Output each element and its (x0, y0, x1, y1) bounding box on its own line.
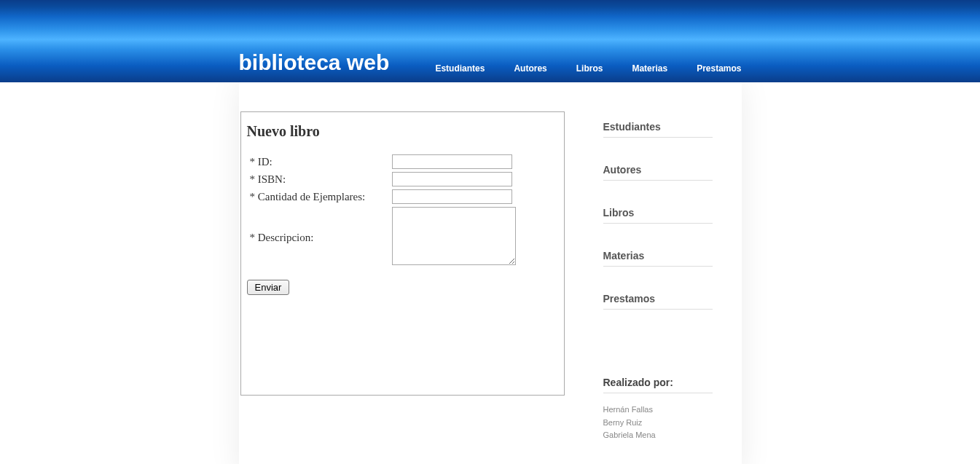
site-title: biblioteca web (239, 50, 390, 75)
credits-title: Realizado por: (603, 377, 713, 393)
credit-person-3: Gabriela Mena (603, 429, 713, 442)
nav-materias[interactable]: Materias (632, 63, 667, 74)
credit-person-2: Berny Ruiz (603, 417, 713, 430)
input-qty[interactable] (392, 189, 512, 204)
nav-autores[interactable]: Autores (514, 63, 546, 74)
sidenav-estudiantes[interactable]: Estudiantes (603, 115, 713, 138)
label-isbn: * ISBN: (247, 170, 389, 188)
sidenav-autores[interactable]: Autores (603, 158, 713, 181)
label-id: * ID: (247, 153, 389, 170)
form-frame: Nuevo libro * ID: * ISBN: * Cantidad de … (240, 111, 565, 396)
sidenav-libros[interactable]: Libros (603, 201, 713, 224)
input-id[interactable] (392, 154, 512, 169)
nav-estudiantes[interactable]: Estudiantes (435, 63, 485, 74)
input-isbn[interactable] (392, 172, 512, 186)
sidenav-prestamos[interactable]: Prestamos (603, 287, 713, 310)
label-qty: * Cantidad de Ejemplares: (247, 188, 389, 205)
nav-libros[interactable]: Libros (576, 63, 603, 74)
form-heading: Nuevo libro (247, 123, 558, 140)
top-nav: Estudiantes Autores Libros Materias Pres… (435, 63, 741, 74)
label-desc: * Descripcion: (247, 205, 389, 270)
credit-person-1: Hernán Fallas (603, 404, 713, 417)
textarea-desc[interactable] (392, 207, 516, 265)
submit-button[interactable]: Enviar (247, 280, 290, 295)
header-banner: biblioteca web Estudiantes Autores Libro… (0, 0, 980, 82)
nav-prestamos[interactable]: Prestamos (697, 63, 741, 74)
side-nav: Estudiantes Autores Libros Materias Pres… (603, 115, 713, 310)
sidenav-materias[interactable]: Materias (603, 244, 713, 267)
